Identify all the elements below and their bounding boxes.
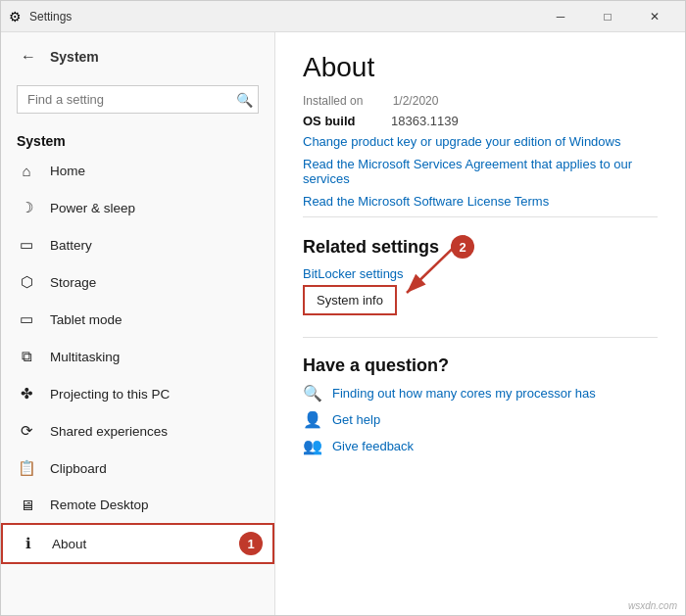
question-section: Have a question? 🔍 Finding out how many … — [303, 355, 658, 455]
divider-2 — [303, 337, 658, 338]
link-license-terms[interactable]: Read the Microsoft Software License Term… — [303, 194, 658, 209]
shared-label: Shared experiences — [50, 424, 168, 439]
sidebar-item-home[interactable]: ⌂ Home — [1, 153, 274, 189]
clipboard-label: Clipboard — [50, 461, 107, 476]
watermark: wsxdn.com — [628, 600, 677, 611]
sidebar-item-storage[interactable]: ⬡ Storage — [1, 263, 274, 301]
get-help-label: Get help — [332, 412, 380, 427]
title-bar-left: ⚙ Settings — [9, 9, 72, 24]
remote-icon: 🖥 — [17, 497, 36, 513]
system-section-label: System — [1, 125, 274, 153]
search-input[interactable] — [17, 85, 259, 114]
bitlocker-link[interactable]: BitLocker settings — [303, 266, 658, 281]
main-content: About Installed on 1/2/2020 OS build 183… — [275, 32, 685, 615]
sidebar-item-power-sleep[interactable]: ☽ Power & sleep — [1, 189, 274, 226]
about-icon: ℹ — [19, 535, 38, 552]
window-title: Settings — [29, 10, 72, 24]
close-button[interactable]: ✕ — [632, 1, 677, 32]
home-label: Home — [50, 164, 85, 178]
installed-value: 1/2/2020 — [393, 94, 439, 108]
projecting-icon: ✤ — [17, 385, 36, 403]
installed-label: Installed on — [303, 94, 389, 108]
storage-icon: ⬡ — [17, 273, 36, 291]
window-icon: ⚙ — [9, 9, 22, 24]
remote-label: Remote Desktop — [50, 498, 149, 512]
sidebar-item-multitasking[interactable]: ⧉ Multitasking — [1, 338, 274, 375]
link-product-key[interactable]: Change product key or upgrade your editi… — [303, 134, 658, 149]
projecting-label: Projecting to this PC — [50, 387, 170, 402]
question-text: Finding out how many cores my processor … — [332, 386, 596, 401]
storage-label: Storage — [50, 275, 96, 290]
search-box: 🔍 — [17, 85, 259, 114]
title-bar-controls: ─ □ ✕ — [538, 1, 677, 32]
sidebar-header: ← System — [1, 32, 274, 81]
get-help-item[interactable]: 👤 Get help — [303, 410, 658, 429]
related-settings-heading: Related settings 2 — [303, 235, 658, 259]
sidebar-item-projecting[interactable]: ✤ Projecting to this PC — [1, 375, 274, 412]
link-services-agreement[interactable]: Read the Microsoft Services Agreement th… — [303, 157, 658, 186]
sidebar-item-about[interactable]: ℹ About — [1, 523, 274, 564]
installed-line: Installed on 1/2/2020 — [303, 93, 658, 108]
settings-window: ⚙ Settings ─ □ ✕ ← System 🔍 System ⌂ Hom… — [0, 0, 686, 616]
give-feedback-label: Give feedback — [332, 439, 414, 453]
page-title: About — [303, 52, 658, 83]
battery-icon: ▭ — [17, 236, 36, 254]
maximize-button[interactable]: □ — [585, 1, 630, 32]
main-wrapper: About Installed on 1/2/2020 OS build 183… — [275, 32, 685, 615]
multitasking-label: Multitasking — [50, 350, 120, 364]
minimize-button[interactable]: ─ — [538, 1, 583, 32]
sidebar-item-clipboard[interactable]: 📋 Clipboard — [1, 450, 274, 487]
tablet-label: Tablet mode — [50, 312, 122, 327]
search-icon[interactable]: 🔍 — [236, 92, 253, 108]
about-label: About — [52, 537, 86, 551]
divider-1 — [303, 216, 658, 217]
question-item[interactable]: 🔍 Finding out how many cores my processo… — [303, 384, 658, 403]
feedback-icon: 👥 — [303, 437, 322, 455]
os-build-line: OS build 18363.1139 — [303, 114, 658, 128]
badge-1: 1 — [239, 532, 263, 555]
sidebar-item-battery[interactable]: ▭ Battery — [1, 226, 274, 263]
related-heading-text: Related settings — [303, 237, 439, 258]
power-sleep-icon: ☽ — [17, 199, 36, 216]
sidebar: ← System 🔍 System ⌂ Home ☽ Power & sleep… — [1, 32, 275, 615]
give-feedback-item[interactable]: 👥 Give feedback — [303, 437, 658, 455]
back-button[interactable]: ← — [17, 44, 40, 70]
multitasking-icon: ⧉ — [17, 348, 36, 365]
sidebar-item-shared-exp[interactable]: ⟳ Shared experiences — [1, 412, 274, 450]
battery-label: Battery — [50, 238, 92, 253]
sidebar-item-remote-desktop[interactable]: 🖥 Remote Desktop — [1, 487, 274, 523]
sidebar-section-title: System — [50, 49, 99, 65]
clipboard-icon: 📋 — [17, 459, 36, 477]
os-build-value: 18363.1139 — [391, 114, 459, 128]
content-area: ← System 🔍 System ⌂ Home ☽ Power & sleep… — [1, 32, 685, 615]
os-build-label: OS build — [303, 114, 381, 128]
power-sleep-label: Power & sleep — [50, 201, 135, 215]
home-icon: ⌂ — [17, 163, 36, 179]
tablet-icon: ▭ — [17, 310, 36, 328]
get-help-icon: 👤 — [303, 410, 322, 429]
system-info-box[interactable]: System info — [303, 285, 397, 315]
question-heading-text: Have a question? — [303, 355, 449, 376]
question-text-icon: 🔍 — [303, 384, 322, 403]
sidebar-item-tablet-mode[interactable]: ▭ Tablet mode — [1, 301, 274, 338]
have-question-heading: Have a question? — [303, 355, 658, 376]
shared-icon: ⟳ — [17, 422, 36, 440]
badge-2: 2 — [451, 235, 474, 259]
title-bar: ⚙ Settings ─ □ ✕ — [1, 1, 685, 32]
